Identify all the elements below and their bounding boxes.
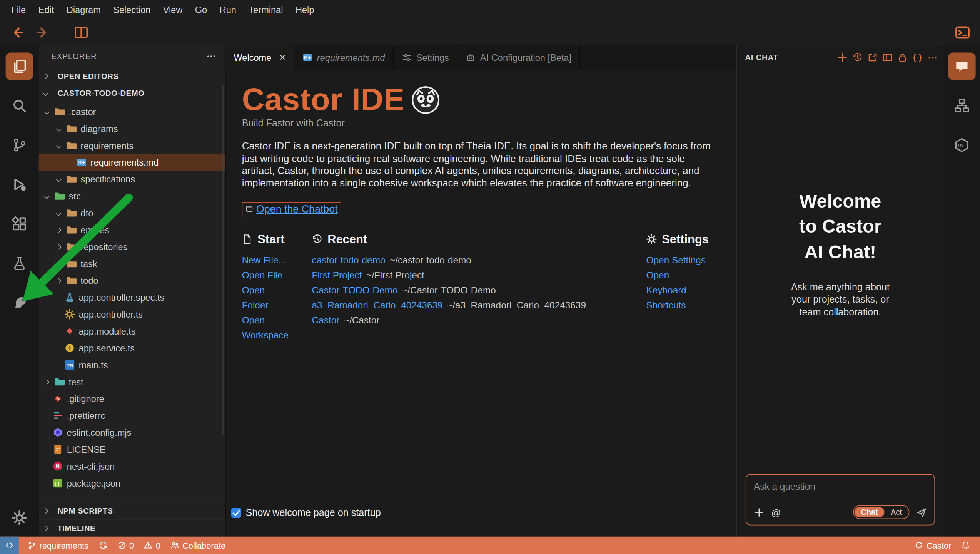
- recent-link-castor[interactable]: Castor: [312, 315, 340, 325]
- status-error-circle-0[interactable]: 0: [112, 537, 139, 554]
- split-editor-icon[interactable]: [74, 25, 89, 40]
- tree-item-app-controller-spec-ts[interactable]: app.controller.spec.ts: [39, 289, 225, 306]
- activity-run-debug[interactable]: [6, 171, 33, 198]
- back-arrow-icon[interactable]: [10, 25, 25, 40]
- send-icon[interactable]: [916, 507, 927, 518]
- tree-item-requirements[interactable]: requirements: [39, 137, 225, 154]
- start-link-open-folder[interactable]: Open Folder: [242, 283, 312, 313]
- tree-item-requirements-md[interactable]: requirements.md: [39, 154, 225, 171]
- tab-ai-configuration-beta[interactable]: AI Configuration [Beta]: [458, 45, 580, 70]
- act-mode-button[interactable]: Act: [884, 507, 908, 517]
- open-chatbot-link[interactable]: Open the Chatbot: [256, 203, 338, 215]
- status-collaborate-collaborate[interactable]: Collaborate: [165, 537, 230, 554]
- menu-go[interactable]: Go: [189, 3, 214, 17]
- history-icon[interactable]: [853, 52, 863, 62]
- tab-welcome[interactable]: Welcome×: [225, 45, 294, 70]
- recent-item-castor: Castor~/Castor: [312, 313, 646, 328]
- test-flask-icon: [12, 256, 27, 271]
- section-open-editors[interactable]: OPEN EDITORS: [39, 67, 225, 84]
- tree-item-todo[interactable]: todo: [39, 272, 225, 289]
- activity-search[interactable]: [6, 92, 33, 119]
- settings-link-open-settings[interactable]: Open Settings: [646, 253, 720, 268]
- more-actions-icon[interactable]: [206, 51, 216, 61]
- tree-item-eslint-config-mjs[interactable]: eslint.config.mjs: [39, 424, 225, 441]
- menu-terminal[interactable]: Terminal: [242, 3, 289, 17]
- search-icon: [12, 98, 27, 113]
- export-icon[interactable]: [868, 52, 878, 62]
- menu-diagram[interactable]: Diagram: [60, 3, 107, 17]
- layout-columns-icon[interactable]: [883, 52, 893, 62]
- chevron-right-icon: [43, 526, 48, 531]
- menu-help[interactable]: Help: [289, 3, 321, 17]
- more-icon[interactable]: [928, 52, 938, 62]
- menu-file[interactable]: File: [5, 3, 32, 17]
- tree-item-license[interactable]: LICENSE: [39, 441, 225, 458]
- activity-chat[interactable]: [948, 52, 975, 80]
- terminal-icon[interactable]: [955, 25, 970, 40]
- sidebar-scrollbar[interactable]: [222, 85, 224, 435]
- status-refresh-castor[interactable]: Castor: [910, 537, 956, 554]
- section-timeline[interactable]: TIMELINE: [39, 519, 225, 536]
- tree-item-specifications[interactable]: specifications: [39, 171, 225, 187]
- activity-test-flask[interactable]: [6, 249, 33, 277]
- status-warning-triangle-0[interactable]: 0: [139, 537, 165, 554]
- activity-hierarchy[interactable]: [948, 92, 975, 119]
- attach-plus-icon[interactable]: [754, 507, 765, 518]
- tree-item-test[interactable]: test: [39, 373, 225, 390]
- status-branch-requirements[interactable]: requirements: [22, 537, 93, 554]
- tree-item-prettierrc[interactable]: .prettierrc: [39, 407, 225, 424]
- status-bell[interactable]: [956, 537, 975, 554]
- checkbox-checked-icon[interactable]: [231, 508, 241, 518]
- tree-item-app-module-ts[interactable]: app.module.ts: [39, 323, 225, 340]
- menu-view[interactable]: View: [157, 3, 189, 17]
- tree-item-gitignore[interactable]: .gitignore: [39, 390, 225, 407]
- start-link-open-workspace[interactable]: Open Workspace: [242, 313, 312, 343]
- forward-arrow-icon[interactable]: [35, 25, 50, 40]
- tree-item-src[interactable]: src: [39, 187, 225, 204]
- status-remote[interactable]: [0, 537, 19, 554]
- tree-item-task[interactable]: task: [39, 255, 225, 272]
- tree-item-app-controller-ts[interactable]: app.controller.ts: [39, 306, 225, 323]
- tree-item-diagrams[interactable]: diagrams: [39, 120, 225, 137]
- menu-selection[interactable]: Selection: [107, 3, 157, 17]
- tab-requirements-md[interactable]: requirements.md: [294, 45, 394, 70]
- tree-item-repositories[interactable]: repositories: [39, 238, 225, 255]
- section-project[interactable]: CASTOR-TODO-DEMO: [39, 84, 225, 101]
- activity-files[interactable]: [6, 52, 33, 80]
- startup-checkbox-row[interactable]: Show welcome page on startup: [231, 507, 381, 518]
- close-tab-icon[interactable]: ×: [279, 51, 285, 64]
- tree-item-castor[interactable]: .castor: [39, 103, 225, 120]
- activity-settings-gear[interactable]: [6, 504, 33, 531]
- activity-squirrel[interactable]: [6, 289, 33, 316]
- lock-icon[interactable]: [898, 52, 908, 62]
- menu-edit[interactable]: Edit: [32, 3, 60, 17]
- recent-link-a3-ramadori-carlo-40243639[interactable]: a3_Ramadori_Carlo_40243639: [312, 300, 443, 310]
- tab-settings[interactable]: Settings: [394, 45, 457, 70]
- chat-input-box[interactable]: Ask a question @ Chat Act: [746, 474, 935, 525]
- start-link-open-file[interactable]: Open File: [242, 268, 312, 283]
- recent-link-first-project[interactable]: First Project: [312, 269, 362, 280]
- tree-item-package-json[interactable]: { }package.json: [39, 475, 225, 492]
- svg-text:{ }: { }: [55, 481, 60, 486]
- tree-item-dto[interactable]: dto: [39, 204, 225, 221]
- tree-item-entities[interactable]: entities: [39, 221, 225, 238]
- recent-link-castor-todo-demo[interactable]: Castor-TODO-Demo: [312, 285, 398, 295]
- tree-item-app-service-ts[interactable]: app.service.ts: [39, 340, 225, 357]
- markdown-icon: [302, 52, 312, 62]
- start-link-new-file[interactable]: New File...: [242, 253, 312, 268]
- section-npm-scripts[interactable]: NPM SCRIPTS: [39, 502, 225, 519]
- menu-run[interactable]: Run: [213, 3, 242, 17]
- activity-extensions[interactable]: [6, 210, 33, 238]
- tree-item-nest-cli-json[interactable]: Nnest-cli.json: [39, 458, 225, 475]
- activity-hex-0x[interactable]: 0x: [948, 131, 975, 159]
- recent-link-castor-todo-demo[interactable]: castor-todo-demo: [312, 254, 386, 265]
- tab-label: Settings: [416, 52, 449, 62]
- status-sync[interactable]: [93, 537, 112, 554]
- mention-at-icon[interactable]: @: [771, 507, 781, 518]
- add-icon[interactable]: [838, 52, 848, 62]
- tree-item-main-ts[interactable]: TSmain.ts: [39, 357, 225, 373]
- braces-icon[interactable]: { }: [913, 52, 923, 62]
- chat-mode-button[interactable]: Chat: [855, 507, 885, 517]
- settings-link-open-keyboard-shortcuts[interactable]: Open Keyboard Shortcuts: [646, 268, 720, 313]
- activity-source-control[interactable]: [6, 131, 33, 159]
